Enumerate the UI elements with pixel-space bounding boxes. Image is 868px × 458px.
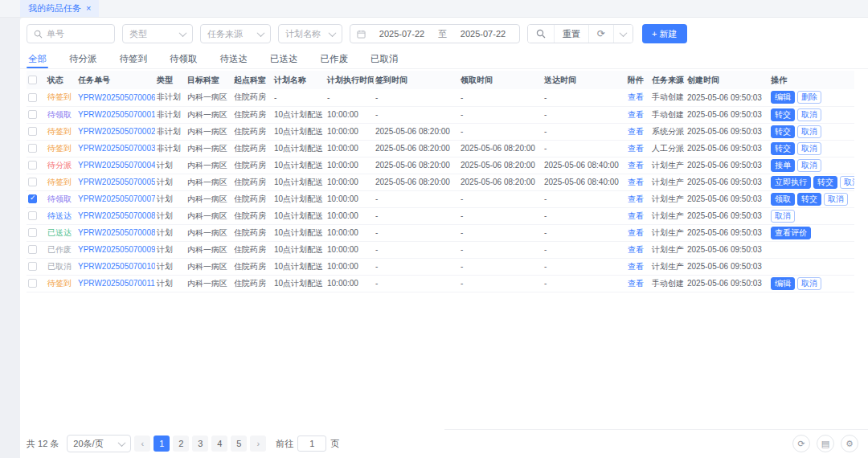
row-checkbox[interactable] xyxy=(28,93,37,102)
attachment-view-link[interactable]: 查看 xyxy=(628,127,644,136)
attachment-view-link[interactable]: 查看 xyxy=(628,144,644,153)
task-no-link[interactable]: YPRW202505070011 xyxy=(78,279,155,288)
task-no-link[interactable]: YPRW202505070007 xyxy=(78,194,155,203)
create-button[interactable]: + 新建 xyxy=(642,24,686,43)
row-checkbox[interactable] xyxy=(28,279,37,288)
row-checkbox[interactable] xyxy=(28,228,37,237)
action-button[interactable]: 取消 xyxy=(797,159,821,172)
action-button[interactable]: 取消 xyxy=(840,176,854,189)
row-checkbox[interactable] xyxy=(28,262,37,271)
task-no-link[interactable]: YPRW202505070006 xyxy=(78,93,155,102)
page-button-5[interactable]: 5 xyxy=(231,436,247,452)
refresh-button[interactable]: ⟳ xyxy=(589,25,614,43)
cell-ops: 转交取消 xyxy=(769,106,854,123)
attachment-view-link[interactable]: 查看 xyxy=(628,228,644,237)
attachment-view-link[interactable]: 查看 xyxy=(628,110,644,119)
more-options-button[interactable] xyxy=(614,25,633,43)
action-button[interactable]: 删除 xyxy=(797,91,821,104)
next-page-button[interactable]: › xyxy=(250,436,266,452)
goto-label: 前往 xyxy=(276,438,293,450)
action-button[interactable]: 取消 xyxy=(771,210,795,223)
date-range-picker[interactable]: 2025-07-22 至 2025-07-22 xyxy=(350,24,520,43)
task-source-select[interactable]: 任务来源 xyxy=(200,24,271,43)
task-no-link[interactable]: YPRW202505070001 xyxy=(78,110,155,119)
row-checkbox[interactable] xyxy=(28,161,37,170)
task-no-link[interactable]: YPRW202505070008 xyxy=(78,228,155,237)
select-all-checkbox[interactable] xyxy=(28,76,37,84)
action-button[interactable]: 查看评价 xyxy=(771,227,811,239)
cell-task-no: YPRW202505070008 xyxy=(76,224,155,241)
status-tab-to-deliver[interactable]: 待送达 xyxy=(219,49,250,68)
action-button[interactable]: 转交 xyxy=(771,142,795,155)
row-checkbox[interactable] xyxy=(28,178,37,186)
task-no-link[interactable]: YPRW202505070005 xyxy=(78,178,155,186)
page-button-4[interactable]: 4 xyxy=(211,436,227,452)
page-size-select[interactable]: 20条/页 xyxy=(67,435,131,452)
row-checkbox[interactable] xyxy=(28,144,37,153)
action-button[interactable]: 领取 xyxy=(771,193,795,206)
action-button[interactable]: 取消 xyxy=(797,142,821,155)
task-no-link[interactable]: YPRW202505070003 xyxy=(78,144,155,153)
row-checkbox[interactable] xyxy=(28,194,37,203)
action-button[interactable]: 转交 xyxy=(771,125,795,138)
type-select[interactable]: 类型 xyxy=(122,24,193,43)
row-checkbox[interactable] xyxy=(28,127,37,136)
attachment-view-link[interactable]: 查看 xyxy=(628,161,644,170)
action-button[interactable]: 取消 xyxy=(797,277,821,290)
action-button[interactable]: 编辑 xyxy=(771,91,795,104)
cell-delivery-time: 2025-05-06 08:40:00 xyxy=(542,174,626,190)
attachment-view-link[interactable]: 查看 xyxy=(628,279,644,288)
task-no-link[interactable]: YPRW202505070009 xyxy=(78,245,155,254)
tab-my-drug-tasks[interactable]: 我的药品任务 × xyxy=(20,0,99,17)
attachment-view-link[interactable]: 查看 xyxy=(628,194,644,203)
action-button[interactable]: 取消 xyxy=(797,125,821,138)
attachment-view-link[interactable]: 查看 xyxy=(628,92,644,101)
plan-name-select[interactable]: 计划名称 xyxy=(278,24,342,43)
cell-task-no: YPRW202505070006 xyxy=(76,89,155,106)
row-checkbox[interactable] xyxy=(28,110,37,119)
attachment-view-link[interactable]: 查看 xyxy=(628,211,644,220)
action-button[interactable]: 转交 xyxy=(797,193,821,206)
cell-task-no: YPRW202505070003 xyxy=(76,140,155,157)
action-button[interactable]: 接单 xyxy=(771,159,795,172)
date-end-value[interactable]: 2025-07-22 xyxy=(453,29,513,39)
row-checkbox[interactable] xyxy=(28,211,37,220)
search-button[interactable] xyxy=(528,25,555,43)
date-start-value[interactable]: 2025-07-22 xyxy=(372,29,432,39)
status-tab-cancelled[interactable]: 已取消 xyxy=(369,49,400,68)
cell-created-time: 2025-05-06 09:50:03 xyxy=(686,241,769,258)
attachment-view-link[interactable]: 查看 xyxy=(628,262,644,271)
action-button[interactable]: 取消 xyxy=(797,108,821,121)
cell-type: 计划 xyxy=(155,258,186,275)
task-no-link[interactable]: YPRW202505070010 xyxy=(78,262,155,271)
page-button-3[interactable]: 3 xyxy=(192,436,208,452)
tab-close-icon[interactable]: × xyxy=(86,3,91,13)
action-button[interactable]: 转交 xyxy=(813,176,837,189)
settings-button[interactable]: ⚙ xyxy=(841,435,858,452)
task-no-link[interactable]: YPRW202505070004 xyxy=(78,161,155,170)
status-tab-to-dispatch[interactable]: 待分派 xyxy=(68,49,99,68)
order-search-field[interactable] xyxy=(27,24,115,43)
order-search-input[interactable] xyxy=(47,29,108,39)
status-tab-all[interactable]: 全部 xyxy=(27,49,48,68)
status-tab-delivered[interactable]: 已送达 xyxy=(268,49,300,68)
status-tab-to-signin[interactable]: 待签到 xyxy=(118,49,149,68)
action-button[interactable]: 取消 xyxy=(824,193,848,206)
status-tab-to-pickup[interactable]: 待领取 xyxy=(168,49,199,68)
page-button-2[interactable]: 2 xyxy=(173,436,189,452)
refresh-circle-button[interactable]: ⟳ xyxy=(792,435,810,452)
display-settings-button[interactable]: ▤ xyxy=(817,435,834,452)
task-no-link[interactable]: YPRW202505070002 xyxy=(78,127,155,136)
action-button[interactable]: 立即执行 xyxy=(771,176,811,189)
prev-page-button[interactable]: ‹ xyxy=(134,436,150,452)
goto-page-input[interactable] xyxy=(297,436,326,452)
page-button-1[interactable]: 1 xyxy=(154,436,170,452)
status-tab-voided[interactable]: 已作废 xyxy=(319,49,350,68)
action-button[interactable]: 编辑 xyxy=(771,277,795,290)
task-no-link[interactable]: YPRW202505070008 xyxy=(78,211,155,220)
attachment-view-link[interactable]: 查看 xyxy=(628,245,644,254)
action-button[interactable]: 转交 xyxy=(771,108,795,121)
row-checkbox[interactable] xyxy=(28,245,37,254)
attachment-view-link[interactable]: 查看 xyxy=(628,178,644,186)
reset-button[interactable]: 重置 xyxy=(555,25,589,43)
